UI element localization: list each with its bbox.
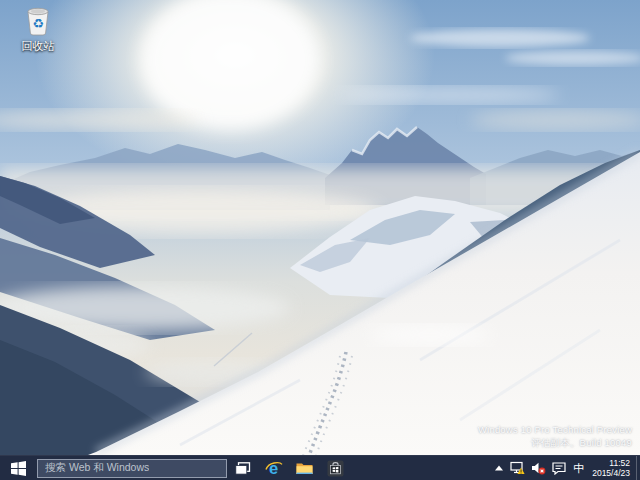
evaluation-watermark: Windows 10 Pro Technical Preview 评估副本。Bu… <box>478 423 632 449</box>
clock-date: 2015/4/23 <box>592 468 630 478</box>
show-desktop-button[interactable] <box>636 456 640 480</box>
recycle-bin[interactable]: ♻ 回收站 <box>8 5 68 54</box>
search-placeholder: 搜索 Web 和 Windows <box>45 461 149 475</box>
volume-button[interactable] <box>528 456 549 480</box>
taskbar: 搜索 Web 和 Windows e <box>0 455 640 480</box>
search-input[interactable]: 搜索 Web 和 Windows <box>37 459 227 478</box>
watermark-line2: 评估副本。Build 10049 <box>478 436 632 449</box>
store-button[interactable] <box>320 456 351 480</box>
clock-time: 11:52 <box>592 458 630 468</box>
task-view-icon <box>235 462 251 475</box>
wallpaper-image <box>0 0 640 455</box>
svg-text:♻: ♻ <box>32 16 44 31</box>
file-explorer-button[interactable] <box>289 456 320 480</box>
volume-muted-icon <box>531 461 546 475</box>
recycle-bin-label: 回收站 <box>8 39 68 54</box>
windows-logo-icon <box>11 461 26 476</box>
clock[interactable]: 11:52 2015/4/23 <box>588 456 636 480</box>
action-center-button[interactable] <box>549 456 569 480</box>
ime-indicator[interactable]: 中 <box>569 456 588 480</box>
recycle-bin-icon: ♻ <box>23 5 53 37</box>
system-tray: 中 11:52 2015/4/23 <box>491 456 640 480</box>
watermark-line1: Windows 10 Pro Technical Preview <box>478 423 632 436</box>
start-button[interactable] <box>0 456 36 480</box>
chevron-up-icon <box>494 464 504 472</box>
internet-explorer-icon: e <box>265 460 283 477</box>
store-bag-icon <box>327 460 344 477</box>
show-hidden-icons-button[interactable] <box>491 456 507 480</box>
internet-explorer-button[interactable]: e <box>258 456 289 480</box>
network-status-button[interactable] <box>507 456 528 480</box>
action-center-icon <box>552 462 566 475</box>
desktop: ♻ 回收站 Windows 10 Pro Technical Preview 评… <box>0 0 640 480</box>
folder-icon <box>296 461 313 475</box>
network-warning-icon <box>510 461 525 475</box>
task-view-button[interactable] <box>227 456 258 480</box>
